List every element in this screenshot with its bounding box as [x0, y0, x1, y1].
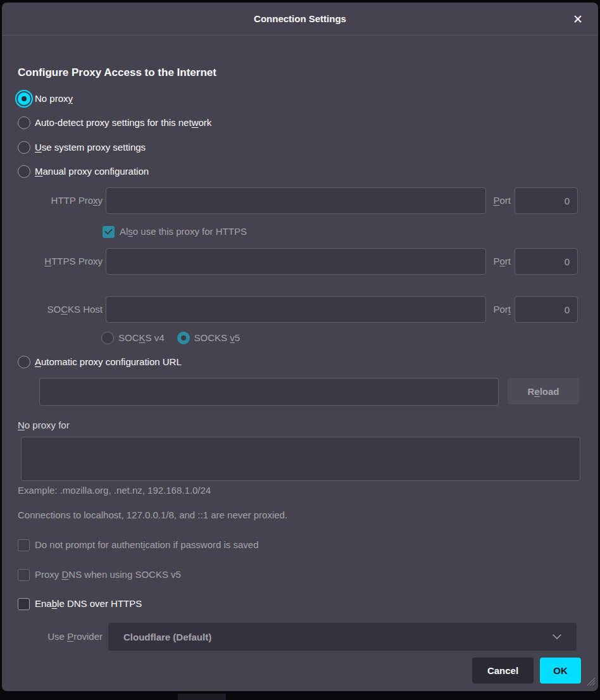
proxy-dns-label: Proxy DNS when using SOCKS v5	[35, 567, 181, 582]
https-port-label: Port	[481, 248, 511, 275]
also-https-checkbox[interactable]	[103, 226, 115, 238]
radio-socks-v5[interactable]	[177, 332, 190, 344]
radio-auto-detect[interactable]	[18, 116, 30, 129]
dialog-footer: Cancel OK	[2, 658, 598, 684]
provider-selected-value: Cloudflare (Default)	[123, 632, 211, 642]
cancel-button[interactable]: Cancel	[472, 658, 534, 684]
no-proxy-for-label: No proxy for	[18, 417, 70, 432]
http-port-input[interactable]	[515, 187, 578, 214]
socks-port-label: Port	[481, 296, 511, 323]
radio-row-system-proxy[interactable]: Use system proxy settings	[18, 140, 146, 155]
radio-manual-proxy[interactable]	[18, 165, 30, 178]
radio-manual-proxy-label: Manual proxy configuration	[35, 164, 149, 179]
section-header: Configure Proxy Access to the Internet	[18, 66, 216, 79]
radio-socks-v5-label: SOCKS v5	[194, 330, 241, 346]
http-proxy-row: HTTP Proxy Port	[2, 187, 598, 214]
connection-settings-dialog: Connection Settings ✕ Configure Proxy Ac…	[2, 3, 598, 691]
radio-no-proxy[interactable]	[18, 92, 30, 105]
radio-auto-url[interactable]	[18, 356, 30, 368]
provider-row: Use Provider Cloudflare (Default)	[2, 623, 598, 651]
option-row-enable-doh[interactable]: Enable DNS over HTTPS	[18, 596, 142, 611]
no-prompt-auth-checkbox[interactable]	[18, 539, 30, 551]
http-proxy-label: HTTP Proxy	[18, 187, 103, 214]
radio-system-proxy[interactable]	[18, 141, 30, 154]
auto-url-row: Reload	[2, 378, 598, 406]
https-proxy-label: HTTPS Proxy	[18, 248, 103, 275]
ok-button[interactable]: OK	[540, 658, 581, 684]
radio-row-auto-detect[interactable]: Auto-detect proxy settings for this netw…	[18, 115, 211, 130]
socks-version-row: SOCKS v4 SOCKS v5	[101, 330, 240, 346]
option-row-no-prompt-auth: Do not prompt for authentication if pass…	[18, 537, 259, 553]
socks-host-row: SOCKS Host Port	[2, 296, 598, 323]
dialog-titlebar: Connection Settings ✕	[2, 3, 598, 35]
socks-host-input[interactable]	[106, 296, 486, 323]
reload-button[interactable]: Reload	[508, 378, 579, 404]
radio-system-proxy-label: Use system proxy settings	[35, 140, 146, 155]
also-https-label: Also use this proxy for HTTPS	[120, 224, 247, 239]
http-port-label: Port	[481, 187, 511, 214]
radio-row-auto-url[interactable]: Automatic proxy configuration URL	[18, 354, 182, 370]
https-proxy-row: HTTPS Proxy Port	[2, 248, 598, 275]
socks-host-label: SOCKS Host	[18, 296, 103, 323]
auto-url-input[interactable]	[39, 378, 499, 406]
provider-label: Use Provider	[18, 623, 103, 651]
enable-doh-label: Enable DNS over HTTPS	[35, 596, 142, 611]
enable-doh-checkbox[interactable]	[18, 598, 30, 610]
chevron-down-icon	[551, 632, 563, 644]
provider-dropdown[interactable]: Cloudflare (Default)	[108, 623, 577, 651]
no-proxy-example-text: Example: .mozilla.org, .net.nz, 192.168.…	[18, 482, 211, 497]
proxy-dns-checkbox[interactable]	[18, 569, 30, 581]
close-icon[interactable]: ✕	[568, 9, 588, 29]
radio-row-manual-proxy[interactable]: Manual proxy configuration	[18, 164, 149, 179]
also-https-row[interactable]: Also use this proxy for HTTPS	[103, 224, 247, 239]
dialog-title: Connection Settings	[254, 13, 346, 24]
https-port-input[interactable]	[515, 248, 578, 275]
no-proxy-for-textarea[interactable]	[21, 437, 580, 481]
radio-row-no-proxy[interactable]: No proxy	[18, 91, 73, 106]
radio-socks-v4-label: SOCKS v4	[118, 330, 165, 346]
resize-grip-icon[interactable]	[587, 677, 596, 688]
radio-auto-url-label: Automatic proxy configuration URL	[35, 354, 182, 370]
http-proxy-input[interactable]	[106, 187, 486, 214]
background-page-fragment	[178, 694, 226, 700]
socks-port-input[interactable]	[515, 296, 578, 323]
radio-socks-v4[interactable]	[101, 332, 114, 344]
radio-no-proxy-label: No proxy	[35, 91, 73, 106]
no-prompt-auth-label: Do not prompt for authentication if pass…	[35, 537, 259, 553]
no-proxy-note-text: Connections to localhost, 127.0.0.1/8, a…	[18, 507, 287, 522]
https-proxy-input[interactable]	[106, 248, 486, 275]
option-row-proxy-dns: Proxy DNS when using SOCKS v5	[18, 567, 181, 582]
radio-auto-detect-label: Auto-detect proxy settings for this netw…	[35, 115, 211, 130]
